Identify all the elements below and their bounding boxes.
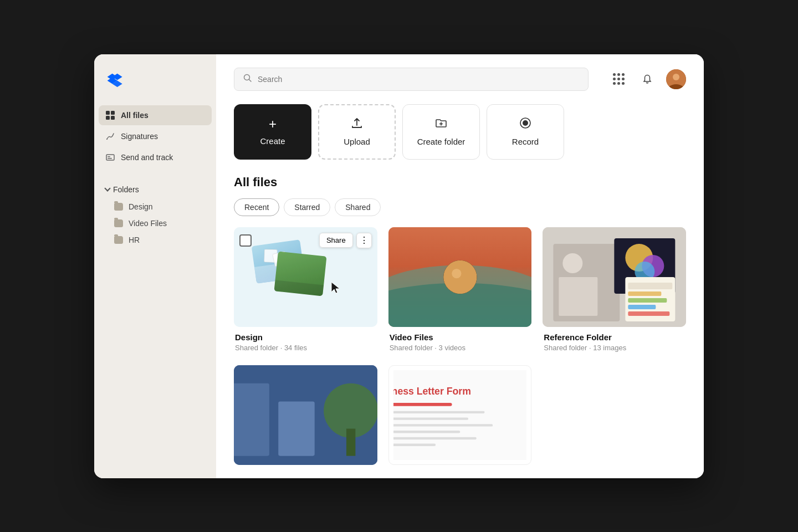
svg-rect-29 xyxy=(628,291,662,296)
signatures-icon xyxy=(105,131,115,141)
upload-icon xyxy=(351,117,363,131)
svg-text:Business Letter Form: Business Letter Form xyxy=(393,386,471,397)
create-folder-button[interactable]: Create folder xyxy=(402,104,480,160)
record-label: Record xyxy=(512,137,539,146)
logo[interactable] xyxy=(94,68,216,105)
send-track-icon xyxy=(105,152,115,162)
plus-icon: + xyxy=(269,117,277,131)
svg-point-21 xyxy=(563,253,583,273)
svg-point-12 xyxy=(523,120,528,126)
tab-recent[interactable]: Recent xyxy=(234,198,279,216)
folder-icon xyxy=(114,236,123,244)
file-card-reference[interactable]: Reference Folder Shared folder · 13 imag… xyxy=(543,227,686,354)
partial-thumb-1 xyxy=(234,365,377,465)
create-label: Create xyxy=(260,136,285,146)
svg-rect-22 xyxy=(559,277,598,316)
more-icon: ⋮ xyxy=(360,235,369,245)
section-title: All files xyxy=(234,175,686,190)
upload-button[interactable]: Upload xyxy=(318,104,396,160)
svg-rect-1 xyxy=(111,111,115,115)
svg-rect-28 xyxy=(628,283,673,289)
sidebar-item-all-files[interactable]: All files xyxy=(99,105,212,125)
svg-rect-0 xyxy=(106,111,110,115)
reference-folder-name: Reference Folder xyxy=(544,332,685,342)
file-card-partial-1[interactable] xyxy=(234,365,377,465)
sidebar-item-signatures-label: Signatures xyxy=(121,132,158,141)
folders-section: Folders Design Video Files HR xyxy=(94,176,216,253)
sidebar: All files Signatures xyxy=(94,54,216,478)
filter-tabs: Recent Starred Shared xyxy=(234,198,686,216)
sidebar-item-send-and-track[interactable]: Send and track xyxy=(99,147,212,167)
main-content: + Create Upload xyxy=(216,54,704,478)
top-bar xyxy=(234,68,686,91)
folder-icon xyxy=(114,203,123,211)
reference-folder-info: Reference Folder Shared folder · 13 imag… xyxy=(543,327,686,354)
card-actions: Share ⋮ xyxy=(239,233,372,248)
svg-rect-41 xyxy=(393,402,452,406)
folders-label: Folders xyxy=(113,185,139,194)
record-icon xyxy=(519,117,531,131)
svg-rect-47 xyxy=(393,443,436,446)
video-folder-name: Video Files xyxy=(390,332,531,342)
svg-rect-38 xyxy=(346,428,355,456)
notifications-button[interactable] xyxy=(637,69,657,89)
partial-thumb-2: Business Letter Form xyxy=(388,365,532,465)
video-folder-meta: Shared folder · 3 videos xyxy=(390,344,531,352)
file-card-design[interactable]: Share ⋮ Design Sha xyxy=(234,227,377,354)
video-folder-thumb xyxy=(388,227,532,327)
folder-icon xyxy=(114,219,123,227)
user-avatar[interactable] xyxy=(666,69,686,89)
tab-shared[interactable]: Shared xyxy=(335,198,381,216)
svg-rect-46 xyxy=(393,437,477,439)
svg-point-4 xyxy=(106,139,108,140)
svg-rect-6 xyxy=(108,156,110,157)
sidebar-folder-video-files[interactable]: Video Files xyxy=(99,215,212,232)
svg-point-10 xyxy=(673,74,679,80)
reference-folder-meta: Shared folder · 13 images xyxy=(544,344,685,352)
folder-design-label: Design xyxy=(129,202,153,211)
file-grid: Share ⋮ Design Sha xyxy=(234,227,686,465)
file-card-partial-2[interactable]: Business Letter Form xyxy=(388,365,532,465)
svg-rect-35 xyxy=(278,401,314,456)
grid-view-button[interactable] xyxy=(608,69,628,89)
tab-starred[interactable]: Starred xyxy=(284,198,330,216)
sidebar-item-all-files-label: All files xyxy=(121,111,149,120)
sidebar-item-signatures[interactable]: Signatures xyxy=(99,126,212,146)
search-input[interactable] xyxy=(258,75,579,84)
svg-rect-43 xyxy=(393,417,468,420)
design-folder-meta: Shared folder · 34 files xyxy=(235,344,376,352)
design-folder-info: Design Shared folder · 34 files xyxy=(234,327,377,354)
upload-label: Upload xyxy=(344,137,370,146)
chevron-down-icon xyxy=(104,185,110,191)
card-checkbox[interactable] xyxy=(239,234,252,247)
design-folder-name: Design xyxy=(235,332,376,342)
svg-rect-2 xyxy=(106,116,110,120)
folders-header[interactable]: Folders xyxy=(99,181,212,198)
svg-rect-44 xyxy=(393,424,493,426)
create-folder-label: Create folder xyxy=(417,137,466,146)
record-button[interactable]: Record xyxy=(487,104,564,160)
sidebar-folder-design[interactable]: Design xyxy=(99,198,212,215)
action-cards: + Create Upload xyxy=(234,104,686,160)
svg-rect-32 xyxy=(628,311,670,316)
folder-hr-label: HR xyxy=(129,236,140,244)
svg-rect-39 xyxy=(393,370,527,460)
share-button[interactable]: Share xyxy=(319,233,353,248)
svg-rect-30 xyxy=(628,298,667,303)
grid-dots-icon xyxy=(613,73,625,85)
search-icon xyxy=(243,74,252,85)
svg-point-18 xyxy=(452,268,461,278)
search-bar[interactable] xyxy=(234,68,589,91)
svg-rect-7 xyxy=(108,158,112,159)
more-options-button[interactable]: ⋮ xyxy=(356,233,372,248)
svg-rect-45 xyxy=(393,430,460,432)
design-folder-thumb: Share ⋮ xyxy=(234,227,377,327)
svg-rect-5 xyxy=(106,155,114,160)
all-files-icon xyxy=(105,110,115,120)
top-actions xyxy=(608,69,686,89)
create-button[interactable]: + Create xyxy=(234,104,311,160)
sidebar-folder-hr[interactable]: HR xyxy=(99,232,212,248)
file-card-video-files[interactable]: Video Files Shared folder · 3 videos xyxy=(388,227,532,354)
svg-point-17 xyxy=(443,260,477,293)
reference-folder-thumb xyxy=(543,227,686,327)
